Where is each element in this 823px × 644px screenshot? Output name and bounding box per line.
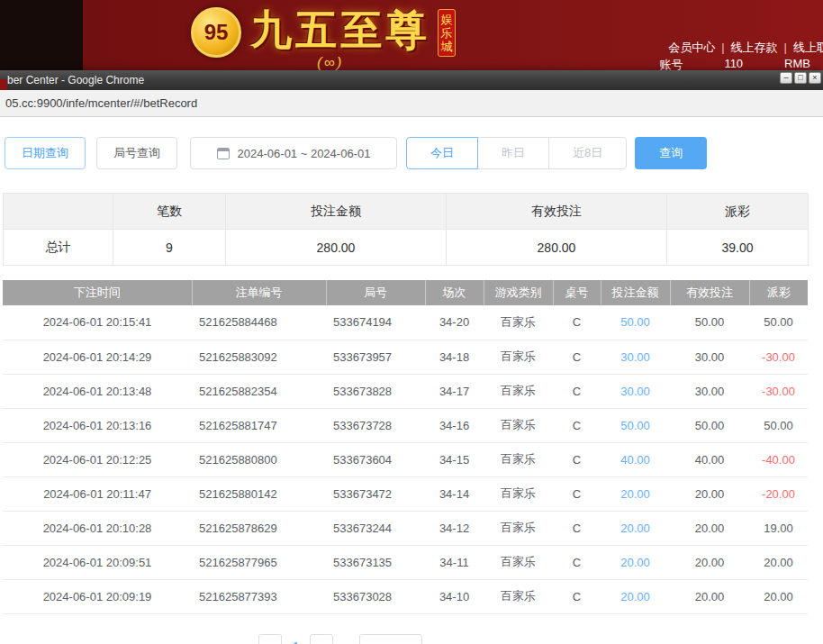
page-favicon: [0, 79, 7, 90]
column-header-valid-bet: 有效投注: [670, 280, 749, 305]
pagination-next-button[interactable]: ›: [310, 634, 333, 644]
column-header-bet-time: 下注时间: [3, 280, 192, 305]
cell-game-type: 百家乐: [484, 340, 553, 374]
nav-member-center-link[interactable]: 会员中心: [668, 41, 715, 54]
bet-table-row: 2024-06-01 20:14:29521625883092533673957…: [3, 340, 808, 374]
cell-game-type: 百家乐: [484, 408, 553, 442]
cell-game-type: 百家乐: [484, 374, 553, 408]
filter-toolbar: 日期查询 局号查询 2024-06-01 ~ 2024-06-01 今日 昨日 …: [5, 137, 808, 169]
cell-bet-id: 521625878629: [192, 511, 326, 545]
cell-session: 34-15: [425, 442, 484, 476]
cell-session: 34-14: [425, 476, 484, 511]
cell-game-type: 百家乐: [484, 579, 553, 613]
cell-bet-time: 2024-06-01 20:09:19: [3, 579, 192, 613]
date-range-picker[interactable]: 2024-06-01 ~ 2024-06-01: [190, 137, 397, 169]
cell-table-no: C: [553, 511, 601, 545]
column-header-game-type: 游戏类别: [484, 280, 553, 305]
cell-bet-time: 2024-06-01 20:13:48: [3, 374, 192, 408]
coin-logo-icon: 95: [191, 7, 241, 58]
cell-bet-time: 2024-06-01 20:14:29: [3, 340, 192, 374]
search-button[interactable]: 查询: [635, 137, 707, 169]
cell-round-id: 533673957: [326, 340, 425, 374]
cell-round-id: 533673604: [326, 442, 425, 476]
bet-amount-link[interactable]: 20.00: [601, 545, 670, 579]
cell-bet-id: 521625880142: [192, 476, 326, 511]
cell-bet-time: 2024-06-01 20:13:16: [3, 408, 192, 442]
address-bar[interactable]: 05.cc:9900/infe/mcenter/#/betRecord: [0, 90, 823, 117]
bet-table-header-row: 下注时间注单编号局号场次游戏类别桌号投注金额有效投注派彩: [3, 280, 808, 305]
summary-valid-bet-value: 280.00: [447, 230, 667, 266]
bet-amount-link[interactable]: 50.00: [601, 408, 670, 442]
bet-table-row: 2024-06-01 20:13:48521625882354533673828…: [3, 374, 808, 408]
cell-game-type: 百家乐: [484, 442, 553, 476]
summary-payout-value: 39.00: [667, 230, 809, 266]
column-header-session: 场次: [425, 280, 484, 305]
summary-total-row: 总计 9 280.00 280.00 39.00: [4, 230, 809, 266]
cell-game-type: 百家乐: [484, 511, 553, 545]
cell-valid-bet: 50.00: [670, 305, 749, 340]
window-titlebar[interactable]: ber Center - Google Chrome – □ ×: [0, 70, 823, 90]
summary-header-count: 笔数: [113, 194, 226, 230]
cell-table-no: C: [553, 408, 601, 442]
cell-valid-bet: 30.00: [670, 340, 749, 374]
cell-valid-bet: 30.00: [670, 374, 749, 408]
nav-separator: |: [721, 41, 724, 54]
date-query-tab[interactable]: 日期查询: [5, 137, 86, 169]
yesterday-button[interactable]: 昨日: [477, 137, 549, 169]
bet-record-page: 日期查询 局号查询 2024-06-01 ~ 2024-06-01 今日 昨日 …: [0, 117, 823, 644]
cell-table-no: C: [553, 545, 601, 579]
cell-payout: -30.00: [749, 340, 808, 374]
cell-bet-time: 2024-06-01 20:11:47: [3, 476, 192, 511]
nav-withdraw-link[interactable]: 线上取: [793, 41, 823, 54]
cell-bet-time: 2024-06-01 20:09:51: [3, 545, 192, 579]
site-logo-decoration: (∞): [317, 54, 343, 70]
cell-session: 34-16: [425, 408, 484, 442]
last-8-days-button[interactable]: 近8日: [548, 137, 627, 169]
cell-bet-id: 521625877393: [192, 579, 326, 613]
cell-round-id: 533673135: [326, 545, 425, 579]
bet-amount-link[interactable]: 20.00: [601, 476, 670, 511]
cell-bet-time: 2024-06-01 20:10:28: [3, 511, 192, 545]
column-header-round-id: 局号: [326, 280, 425, 305]
cell-bet-id: 521625877965: [192, 545, 326, 579]
close-button[interactable]: ×: [809, 72, 821, 84]
cell-session: 34-12: [425, 511, 484, 545]
bet-amount-link[interactable]: 20.00: [601, 511, 670, 545]
bet-amount-link[interactable]: 20.00: [601, 579, 670, 613]
screen: 95 九五至尊 娱乐城 (∞) 会员中心|线上存款|线上取 账号 110 RMB…: [0, 0, 823, 644]
cell-session: 34-17: [425, 374, 484, 408]
site-nav: 会员中心|线上存款|线上取: [668, 40, 823, 56]
today-button[interactable]: 今日: [406, 137, 478, 169]
bet-table-body: 2024-06-01 20:15:41521625884468533674194…: [3, 305, 808, 613]
bet-table-row: 2024-06-01 20:10:28521625878629533673244…: [3, 511, 808, 545]
minimize-button[interactable]: –: [780, 72, 792, 84]
bet-table-row: 2024-06-01 20:11:47521625880142533673472…: [3, 476, 808, 511]
cell-game-type: 百家乐: [484, 476, 553, 511]
bet-amount-link[interactable]: 30.00: [601, 374, 670, 408]
window-title: ber Center - Google Chrome: [7, 74, 144, 86]
pagination-page-size-select[interactable]: [359, 634, 422, 644]
round-query-tab[interactable]: 局号查询: [96, 137, 177, 169]
cell-game-type: 百家乐: [484, 305, 553, 340]
url-text: 05.cc:9900/infe/mcenter/#/betRecord: [5, 96, 197, 110]
pagination: ‹ 1 ›: [3, 634, 808, 644]
cell-session: 34-11: [425, 545, 484, 579]
bet-table-row: 2024-06-01 20:12:25521625880800533673604…: [3, 442, 808, 476]
cell-round-id: 533673472: [326, 476, 425, 511]
maximize-button[interactable]: □: [794, 72, 807, 84]
pagination-page-number[interactable]: 1: [293, 634, 299, 644]
bet-table-row: 2024-06-01 20:13:16521625881747533673728…: [3, 408, 808, 442]
site-logo: 95 九五至尊 娱乐城: [191, 2, 456, 58]
site-logo-badge: 娱乐城: [438, 9, 456, 57]
bet-amount-link[interactable]: 50.00: [601, 305, 670, 340]
pagination-prev-button[interactable]: ‹: [258, 634, 282, 644]
cell-table-no: C: [553, 442, 601, 476]
nav-deposit-link[interactable]: 线上存款: [731, 41, 778, 54]
nav-separator: |: [784, 41, 787, 54]
bet-amount-link[interactable]: 30.00: [601, 340, 670, 374]
cell-round-id: 533674194: [326, 305, 425, 340]
account-info-line: 账号 110 RMB: [659, 57, 810, 70]
cell-payout: 20.00: [749, 545, 808, 579]
cell-payout: 19.00: [749, 511, 808, 545]
bet-amount-link[interactable]: 40.00: [601, 442, 670, 476]
